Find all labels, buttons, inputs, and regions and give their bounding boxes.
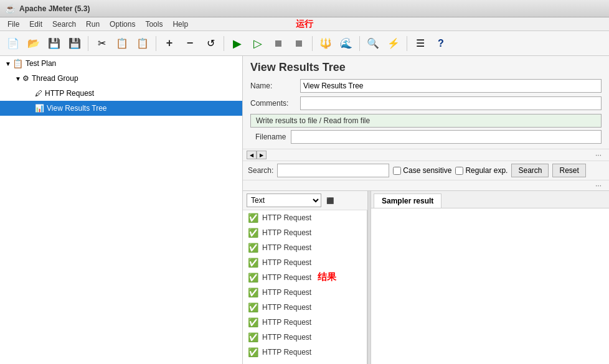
type-dropdown-row: Text RegExp Tester CSS/JQuery Tester XPa…	[243, 191, 367, 210]
result-item[interactable]: ✅ HTTP Request	[243, 240, 367, 255]
toolbar-remote-start-button[interactable]: ⚡	[384, 34, 403, 53]
toolbar-copy-button[interactable]: 📋	[113, 34, 131, 53]
check-icon-4: ✅	[248, 258, 258, 268]
tree-item-test-plan[interactable]: ▼ 📋 Test Plan	[0, 56, 242, 71]
result-text-7: HTTP Request	[262, 303, 311, 312]
regular-exp-checkbox[interactable]	[455, 167, 463, 175]
vrt-title: View Results Tree	[250, 61, 602, 74]
results-list: ✅ HTTP Request ✅ HTTP Request ✅ HTTP Req…	[243, 210, 367, 364]
check-icon-10: ✅	[248, 347, 258, 357]
result-item[interactable]: ✅ HTTP Request	[243, 210, 367, 225]
reset-button[interactable]: Reset	[552, 164, 585, 177]
menu-help[interactable]: Help	[168, 19, 193, 30]
search-button[interactable]: Search	[511, 164, 549, 177]
result-text-3: HTTP Request	[262, 243, 311, 252]
tree-arrow-thread-group[interactable]: ▼	[15, 75, 21, 82]
scroll-right-btn[interactable]: ▶	[257, 151, 267, 159]
write-results-bar: Write results to file / Read from file	[250, 114, 602, 128]
menu-run[interactable]: Run	[81, 19, 105, 30]
toolbar-reset-button[interactable]: ↺	[201, 34, 220, 53]
toolbar-stop-button[interactable]: ⏹	[269, 34, 288, 53]
sample-content	[371, 208, 609, 364]
toolbar-add-button[interactable]: +	[160, 34, 179, 53]
menu-search[interactable]: Search	[47, 19, 81, 30]
case-sensitive-check[interactable]: Case sensitive	[393, 166, 451, 175]
app-icon: ☕	[5, 4, 16, 14]
toolbar-remove-button[interactable]: −	[181, 34, 199, 53]
scroll-left-btn[interactable]: ◀	[247, 151, 257, 159]
menu-edit[interactable]: Edit	[24, 19, 47, 30]
results-list-container: Text RegExp Tester CSS/JQuery Tester XPa…	[243, 191, 367, 364]
app-title: Apache JMeter (5.3)	[19, 4, 90, 13]
name-input[interactable]	[300, 79, 602, 93]
tree-label-thread-group: Thread Group	[32, 74, 78, 83]
comments-row: Comments:	[250, 96, 602, 110]
toolbar-sep6	[407, 36, 407, 51]
dropdown-arrow: ⬛	[326, 197, 334, 204]
result-item[interactable]: ✅ HTTP Request	[243, 345, 367, 360]
toolbar-open-button[interactable]: 📂	[24, 34, 43, 53]
regular-exp-label: Regular exp.	[465, 166, 507, 175]
test-plan-icon: 📋	[12, 58, 23, 68]
regular-exp-check[interactable]: Regular exp.	[455, 166, 507, 175]
toolbar-paste-button[interactable]: 📋	[133, 34, 152, 53]
right-panel: View Results Tree Name: Comments: Write …	[243, 56, 609, 364]
result-text-1: HTTP Request	[262, 213, 311, 222]
filename-row: Filename	[250, 130, 602, 144]
type-select[interactable]: Text RegExp Tester CSS/JQuery Tester XPa…	[247, 194, 321, 207]
comments-label: Comments:	[250, 99, 300, 108]
result-text-6: HTTP Request	[262, 288, 311, 297]
toolbar-list-button[interactable]: ☰	[411, 34, 430, 53]
result-item[interactable]: ✅ HTTP Request	[243, 315, 367, 330]
toolbar-cut-button[interactable]: ✂	[92, 34, 111, 53]
menu-file[interactable]: File	[2, 19, 24, 30]
result-item[interactable]: ✅ HTTP Request	[243, 285, 367, 300]
filename-label: Filename	[250, 131, 291, 142]
result-item[interactable]: ✅ HTTP Request	[243, 300, 367, 315]
tab-sampler-result[interactable]: Sampler result	[374, 194, 441, 208]
toolbar-start-no-pause-button[interactable]: ▷	[248, 34, 267, 53]
name-row: Name:	[250, 79, 602, 93]
more-options-dots[interactable]: ···	[595, 151, 605, 159]
search-input[interactable]	[277, 164, 389, 177]
toolbar-clear-all-button[interactable]: 🌊	[337, 34, 356, 53]
sample-tabs: Sampler result	[371, 191, 609, 208]
vrt-header: View Results Tree Name: Comments: Write …	[243, 56, 609, 149]
menu-options[interactable]: Options	[105, 19, 140, 30]
tree-label-test-plan: Test Plan	[26, 59, 56, 68]
toolbar-save-template-button[interactable]: 💾	[45, 34, 64, 53]
filename-input[interactable]	[291, 130, 602, 144]
menu-tools[interactable]: Tools	[140, 19, 168, 30]
comments-input[interactable]	[300, 96, 602, 110]
tree-item-http-request[interactable]: 🖊 HTTP Request	[0, 86, 242, 101]
toolbar-sep4	[312, 36, 313, 51]
http-request-icon: 🖊	[35, 89, 42, 98]
search-label: Search:	[248, 166, 273, 175]
toolbar-shutdown-button[interactable]: ⏹	[290, 34, 308, 53]
menu-bar: File Edit Search Run Options Tools Help …	[0, 17, 609, 31]
toolbar-new-button[interactable]: 📄	[4, 34, 22, 53]
result-item[interactable]: ✅ HTTP Request	[243, 330, 367, 345]
main-layout: ▼ 📋 Test Plan ▼ ⚙ Thread Group 🖊 HTTP Re…	[0, 56, 609, 364]
check-icon-3: ✅	[248, 243, 258, 253]
toolbar-sep3	[224, 36, 224, 51]
toolbar-save-button[interactable]: 💾	[65, 34, 84, 53]
result-item[interactable]: ✅ HTTP Request	[243, 255, 367, 270]
toolbar-help-button[interactable]: ?	[432, 34, 450, 53]
result-text-5: HTTP Request	[262, 273, 311, 282]
result-item[interactable]: ✅ HTTP Request	[243, 225, 367, 240]
thread-group-icon: ⚙	[22, 74, 29, 83]
more-options-dots2[interactable]: ···	[595, 181, 605, 190]
result-item[interactable]: ✅ HTTP Request	[243, 270, 367, 285]
tree-item-thread-group[interactable]: ▼ ⚙ Thread Group	[0, 71, 242, 86]
toolbar-clear-button[interactable]: 🔱	[316, 34, 335, 53]
toolbar-start-button[interactable]: ▶	[228, 34, 247, 53]
tree-item-view-results-tree[interactable]: 📊 View Results Tree	[0, 101, 242, 116]
view-results-icon: 📊	[35, 104, 44, 113]
toolbar-find-button[interactable]: 🔍	[364, 34, 382, 53]
result-text-9: HTTP Request	[262, 333, 311, 342]
toolbar-sep2	[156, 36, 156, 51]
tree-arrow-test-plan[interactable]: ▼	[5, 60, 11, 67]
check-icon-6: ✅	[248, 287, 258, 297]
case-sensitive-checkbox[interactable]	[393, 167, 401, 175]
